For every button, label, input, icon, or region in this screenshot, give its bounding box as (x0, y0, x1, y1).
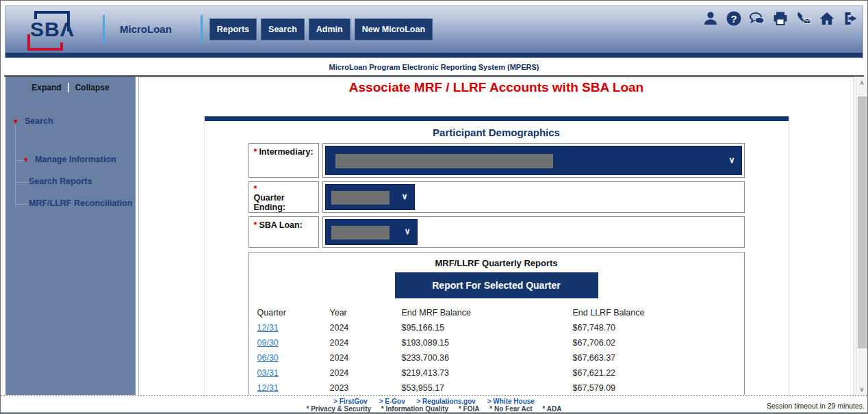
tree-expanded-icon[interactable]: ▼ (12, 118, 19, 125)
quarterly-reports-box: MRF/LLRF Quarterly Reports Report For Se… (248, 252, 745, 395)
header-bottom-strip (5, 53, 863, 57)
quarter-link[interactable]: 06/30 (257, 353, 279, 363)
llrf-balance-cell: $67,621.22 (573, 368, 744, 378)
table-row: 06/30 2024 $233,700.36 $67,663.37 (249, 350, 744, 365)
redacted-value (331, 191, 390, 205)
sba-loan-label-cell: *SBA Loan: (248, 216, 319, 248)
mrf-balance-cell: $233,700.36 (402, 353, 573, 363)
user-icon[interactable] (702, 10, 719, 27)
report-for-selected-quarter-button[interactable]: Report For Selected Quarter (395, 272, 598, 298)
sba-logo: SBΛ (25, 10, 74, 51)
sidebar-item-label[interactable]: Manage Information (35, 155, 116, 164)
app-title: MicroLoan Program Electronic Reporting S… (329, 63, 539, 71)
quarter-link[interactable]: 09/30 (257, 338, 279, 348)
privacy-security-link[interactable]: * Privacy & Security (307, 405, 372, 413)
firstgov-link[interactable]: > FirstGov (333, 398, 368, 405)
information-quality-link[interactable]: * Information Quality (381, 405, 448, 413)
main-content: Associate MRF / LLRF Accounts with SBA L… (138, 77, 854, 395)
mrf-balance-cell: $193,089.15 (402, 338, 573, 348)
sba-loan-select[interactable]: ∨ (325, 219, 418, 245)
quarter-ending-select[interactable]: ∨ (325, 184, 415, 210)
scrollbar-thumb[interactable] (858, 96, 867, 348)
brand-divider (201, 15, 203, 44)
ada-link[interactable]: * ADA (542, 405, 561, 413)
scroll-down-arrow[interactable]: ∨ (856, 383, 868, 395)
nav-reports-button[interactable]: Reports (209, 18, 257, 40)
nav-search-button[interactable]: Search (261, 18, 305, 40)
sidebar-item-manage-information[interactable]: ▼ Manage Information (23, 155, 116, 164)
sba-logo-text: SBΛ (30, 18, 75, 41)
quarterly-reports-table: Quarter Year End MRF Balance End LLRF Ba… (249, 305, 744, 395)
expand-link[interactable]: Expand (25, 83, 67, 92)
col-header-end-llrf-balance: End LLRF Balance (573, 308, 744, 318)
header-nav: Reports Search Admin New MicroLoan (209, 18, 433, 40)
chat-icon[interactable] (748, 10, 765, 27)
quarterly-reports-title: MRF/LLRF Quarterly Reports (249, 258, 744, 268)
quarter-link[interactable]: 12/31 (257, 323, 279, 333)
sidebar-item-mrf-llrf-reconciliation[interactable]: MRF/LLRF Reconciliation (29, 198, 132, 208)
sidebar-item-search-reports[interactable]: Search Reports (29, 177, 92, 186)
form-row-intermediary: *Intermediary: ∨ (248, 143, 745, 178)
required-marker: * (254, 220, 257, 230)
quarter-ending-value-cell: ∨ (322, 181, 745, 213)
mrf-balance-cell: $53,955.17 (402, 383, 573, 393)
chevron-down-icon: ∨ (405, 227, 411, 236)
logout-icon[interactable] (841, 10, 858, 27)
intermediary-select[interactable]: ∨ (325, 146, 742, 175)
whitehouse-link[interactable]: > White House (487, 398, 535, 405)
scroll-up-arrow[interactable]: ∧ (856, 77, 868, 88)
table-row: 09/30 2024 $193,089.15 $67,706.02 (249, 335, 744, 350)
print-icon[interactable] (771, 10, 789, 27)
egov-link[interactable]: > E-Gov (379, 398, 405, 405)
intermediary-label-cell: *Intermediary: (248, 143, 319, 178)
mrf-balance-cell: $95,166.15 (402, 323, 573, 333)
sba-loan-label: SBA Loan: (259, 220, 302, 230)
table-row: 12/31 2024 $95,166.15 $67,748.70 (249, 320, 744, 335)
collapse-link[interactable]: Collapse (69, 83, 116, 92)
required-marker: * (254, 147, 257, 157)
llrf-balance-cell: $67,706.02 (573, 338, 744, 348)
footer-gov-links: > FirstGov > E-Gov > Regulations.gov > W… (1, 398, 867, 405)
sidebar-item-search[interactable]: ▼ Search (12, 116, 53, 126)
header: SBΛ MicroLoan Reports Search Admin New M… (5, 5, 863, 58)
quarter-link[interactable]: 03/31 (257, 368, 279, 378)
intermediary-label: Intermediary: (259, 147, 313, 157)
tree-expanded-icon[interactable]: ▼ (23, 156, 29, 164)
sidebar-item-label[interactable]: Search Reports (29, 177, 92, 186)
phone-icon[interactable] (795, 10, 812, 27)
llrf-balance-cell: $67,663.37 (573, 353, 744, 363)
quarter-ending-label: Quarter Ending: (254, 193, 286, 212)
chevron-down-icon: ∨ (729, 155, 735, 165)
regulations-link[interactable]: > Regulations.gov (417, 398, 476, 405)
llrf-balance-cell: $67,579.09 (573, 383, 744, 393)
help-icon[interactable]: ? (725, 10, 742, 27)
sidebar-toggle-bar: Expand Collapse (5, 83, 136, 92)
scrollbar-track[interactable] (856, 88, 867, 383)
sba-loan-value-cell: ∨ (322, 216, 745, 248)
intermediary-value-cell: ∨ (322, 143, 745, 178)
no-fear-act-link[interactable]: * No Fear Act (489, 405, 532, 413)
form-row-quarter-ending: *Quarter Ending: ∨ (248, 181, 745, 213)
participant-demographics-panel: Participant Demographics *Intermediary: … (204, 116, 789, 395)
nav-new-microloan-button[interactable]: New MicroLoan (355, 18, 433, 40)
sidebar-item-label[interactable]: Search (25, 116, 53, 126)
home-icon[interactable] (818, 10, 835, 27)
col-header-end-mrf-balance: End MRF Balance (402, 308, 573, 318)
chevron-down-icon: ∨ (402, 192, 408, 201)
nav-admin-button[interactable]: Admin (309, 18, 350, 40)
sidebar-item-label[interactable]: MRF/LLRF Reconciliation (29, 198, 132, 208)
redacted-value (335, 154, 553, 168)
required-marker: * (254, 185, 314, 193)
col-header-year: Year (330, 308, 402, 318)
quarter-link[interactable]: 12/31 (257, 383, 279, 393)
tree-connector (15, 204, 28, 205)
vertical-scrollbar[interactable]: ∧ ∨ (856, 77, 867, 395)
page-title: Associate MRF / LLRF Accounts with SBA L… (139, 80, 854, 95)
foia-link[interactable]: * FOIA (459, 405, 480, 413)
section-title: Participant Demographics (205, 127, 789, 138)
mrf-balance-cell: $219,413.73 (402, 368, 573, 378)
app-title-strip: MicroLoan Program Electronic Reporting S… (1, 58, 867, 75)
session-timeout-message: Session timeout in 29 minutes. (767, 402, 865, 410)
sidebar: Expand Collapse ▼ Search ▼ Manage Inform… (5, 77, 136, 395)
form-row-sba-loan: *SBA Loan: ∨ (248, 216, 745, 248)
